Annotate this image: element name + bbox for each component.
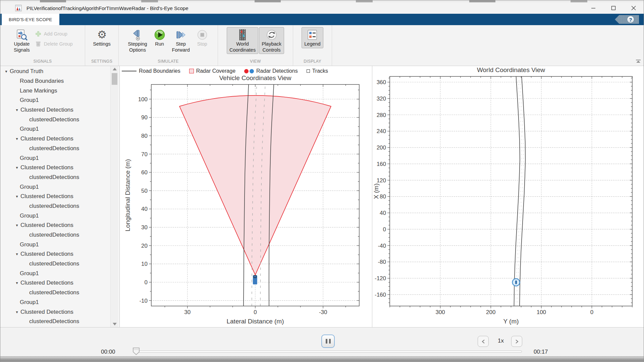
tree-item-road-boundaries[interactable]: Road Boundaries [0, 76, 119, 86]
speed-increase-button[interactable] [511, 336, 522, 347]
tree-item-lane-markings[interactable]: Lane Markings [0, 86, 119, 96]
tree-collapse-icon[interactable]: ▾ [14, 136, 19, 141]
pause-button[interactable] [321, 335, 335, 348]
maximize-button[interactable] [603, 2, 624, 14]
tree-item-clustereddetections[interactable]: clusteredDetections [0, 201, 119, 211]
tree-collapse-icon[interactable]: ▾ [14, 194, 19, 199]
tree-item-group1[interactable]: Group1 [0, 124, 119, 134]
step-forward-button[interactable]: StepForward [169, 27, 193, 54]
tree-item-clustered-detections[interactable]: ▾Clustered Detections [0, 192, 119, 201]
timeline-slider-thumb[interactable] [132, 347, 140, 355]
tree-item-group1[interactable]: Group1 [0, 153, 119, 163]
svg-text:100: 100 [138, 96, 148, 103]
playback-controls-toggle[interactable]: PlaybackControls [259, 27, 284, 54]
svg-text:80: 80 [141, 133, 148, 139]
timeline-slider-track[interactable] [135, 351, 522, 353]
run-button[interactable]: Run [151, 27, 169, 48]
tree-item-clustered-detections[interactable]: ▾Clustered Detections [0, 134, 119, 144]
tree-item-group1[interactable]: Group1 [0, 211, 119, 221]
tree-item-clustereddetections[interactable]: clusteredDetections [0, 115, 119, 124]
tree-item-clustered-detections[interactable]: ▾Clustered Detections [0, 249, 119, 259]
close-button[interactable] [624, 2, 644, 14]
tree-collapse-icon[interactable]: ▾ [14, 252, 19, 256]
world-coordinates-plot: 300200100036032028024020016012080400-40-… [372, 66, 644, 328]
tree-item-label: Group1 [20, 184, 39, 190]
tree-collapse-icon[interactable]: ▾ [14, 165, 19, 170]
world-coordinates-panel: 300200100036032028024020016012080400-40-… [372, 66, 644, 327]
tree-item-clustered-detections[interactable]: ▾Clustered Detections [0, 278, 119, 288]
tab-birds-eye-scope[interactable]: BIRD'S-EYE SCOPE [2, 14, 59, 25]
svg-text:30: 30 [141, 224, 148, 231]
update-signals-button[interactable]: UpdateSignals [11, 27, 33, 54]
update-signals-label: Update [14, 41, 30, 47]
toolstrip-group-settings: ⚙SettingsSETTINGS [85, 25, 119, 66]
tree-collapse-icon[interactable]: ▾ [4, 69, 9, 74]
speed-decrease-button[interactable] [478, 336, 489, 347]
pause-icon [326, 339, 327, 344]
run-icon [153, 28, 166, 41]
scroll-down-icon[interactable] [112, 322, 117, 326]
scroll-up-icon[interactable] [112, 67, 117, 71]
settings-button[interactable]: ⚙Settings [90, 27, 113, 48]
tree-item-label: clusteredDetections [29, 232, 79, 238]
tree-item-label: Clustered Detections [20, 164, 73, 171]
svg-text:40: 40 [380, 210, 386, 216]
vehicle-coordinates-panel: Road BoundariesRadar CoverageRadar Detec… [120, 66, 372, 327]
vehicle-coordinates-plot: 300-301009080706050403020100-10Vehicle C… [120, 66, 372, 328]
tree-item-clustered-detections[interactable]: ▾Clustered Detections [0, 307, 119, 317]
tree-item-label: Lane Markings [20, 87, 57, 94]
tree-item-group1[interactable]: Group1 [0, 268, 119, 278]
svg-text:360: 360 [377, 79, 386, 85]
update-signals-icon [15, 28, 28, 41]
tree-item-group1[interactable]: Group1 [0, 298, 119, 307]
tree-item-group1[interactable]: Group1 [0, 182, 119, 192]
help-icon: ? [627, 16, 634, 23]
svg-text:Y (m): Y (m) [503, 318, 519, 325]
scope-legend: Road BoundariesRadar CoverageRadar Detec… [122, 66, 328, 76]
tree-item-label: Clustered Detections [20, 280, 73, 286]
world-coordinates-toggle[interactable]: WorldCoordinates [227, 27, 258, 54]
world-coordinates-label: Coordinates [229, 47, 256, 53]
line-swatch-icon [122, 71, 137, 71]
tree-item-label: Group1 [20, 213, 39, 219]
tree-collapse-icon[interactable]: ▾ [14, 310, 19, 314]
help-badge[interactable]: ? [615, 15, 639, 24]
playback-bar: 00:00 1x 00:17 [0, 327, 644, 356]
tree-item-label: clusteredDetections [29, 145, 79, 152]
svg-text:300: 300 [435, 309, 445, 315]
svg-text:100: 100 [537, 309, 546, 315]
toolstrip-stack: Add Group Delete Group [33, 27, 74, 48]
tree-collapse-icon[interactable]: ▾ [14, 108, 19, 112]
toolstrip-section-label: SIGNALS [0, 59, 85, 66]
stop-icon [196, 28, 209, 41]
tree-item-ground-truth[interactable]: ▾Ground Truth [0, 67, 119, 76]
sidebar-scrollbar[interactable] [110, 66, 118, 327]
tree-item-clustereddetections[interactable]: clusteredDetections [0, 317, 119, 326]
svg-text:10: 10 [141, 261, 148, 267]
minimize-button[interactable] [583, 2, 603, 14]
tree-item-clustereddetections[interactable]: clusteredDetections [0, 144, 119, 154]
svg-text:-40: -40 [378, 243, 386, 249]
tree-collapse-icon[interactable]: ▾ [14, 281, 19, 285]
tree-item-clustereddetections[interactable]: clusteredDetections [0, 173, 119, 182]
tree-item-clustered-detections[interactable]: ▾Clustered Detections [0, 163, 119, 173]
tree-item-clustereddetections[interactable]: clusteredDetections [0, 288, 119, 298]
tree-item-group1[interactable]: Group1 [0, 240, 119, 249]
tree-item-group1[interactable]: Group1 [0, 96, 119, 105]
scrollbar-thumb[interactable] [112, 73, 117, 85]
tree-item-clustereddetections[interactable]: clusteredDetections [0, 230, 119, 240]
collapse-toolstrip-icon[interactable] [635, 59, 642, 64]
svg-text:40: 40 [141, 206, 148, 212]
tree-collapse-icon[interactable]: ▾ [14, 223, 19, 228]
stepping-options-button[interactable]: SteppingOptions [125, 27, 150, 54]
tree-item-clustered-detections[interactable]: ▾Clustered Detections [0, 221, 119, 230]
tree-item-clustered-detections[interactable]: ▾Clustered Detections [0, 105, 119, 115]
svg-text:200: 200 [486, 309, 495, 315]
svg-text:Lateral Distance (m): Lateral Distance (m) [226, 318, 284, 325]
svg-text:120: 120 [377, 177, 386, 184]
birds-eye-scope-window: PILVerificationofTrackingAlgorithForTImm… [0, 0, 644, 362]
tree-item-clustereddetections[interactable]: clusteredDetections [0, 259, 119, 269]
tree-item-label: Group1 [20, 241, 39, 248]
legend-toggle[interactable]: Legend [302, 27, 323, 48]
svg-text:World Coordinates View: World Coordinates View [477, 66, 545, 73]
